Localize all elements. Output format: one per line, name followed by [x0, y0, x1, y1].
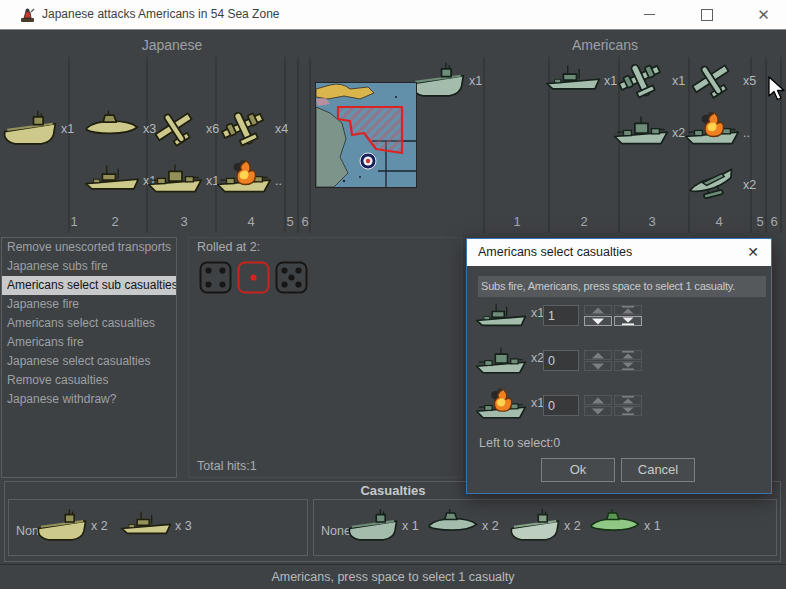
minimize-icon — [644, 14, 655, 15]
fire-icon — [702, 112, 724, 137]
row-unit — [475, 298, 527, 342]
battle-window: Japanese attacks Americans in 54 Sea Zon… — [0, 0, 786, 589]
carrier-icon — [2, 106, 58, 152]
destroyer-icon — [475, 298, 527, 338]
japanese-unit-destroyer: x1 — [84, 158, 156, 204]
unit-count: x 1 — [644, 519, 661, 533]
spinner-min-button[interactable] — [614, 361, 642, 371]
left-to-select-label: Left to select:0 — [479, 436, 560, 450]
row-unit — [475, 388, 527, 432]
americans-casualty-carrier: x 1 — [347, 504, 419, 548]
dialog-titlebar[interactable]: Americans select casualties ✕ — [467, 239, 771, 266]
status-bar: Americans, press space to select 1 casua… — [0, 564, 786, 589]
japanese-casualty-carrier: x 2 — [36, 504, 108, 548]
battle-step-item: Americans select casualties — [2, 314, 176, 333]
americans-unit-destroyer: x1 — [545, 58, 617, 104]
dialog-close-button[interactable]: ✕ — [739, 239, 767, 266]
spinner-min-button[interactable] — [614, 406, 642, 416]
japanese-unit-carrier: x1 — [2, 106, 74, 152]
fighter-icon — [147, 106, 203, 152]
americans-unit-seaplane: x2 — [684, 162, 756, 208]
unit-count: x 2 — [91, 519, 108, 533]
minimize-button[interactable] — [627, 0, 672, 29]
unit-count: x 1 — [402, 519, 419, 533]
battle-step-item: Japanese select casualties — [2, 352, 176, 371]
dice-column-number: 2 — [107, 214, 123, 229]
japanese-side-title: Japanese — [107, 37, 237, 53]
spinner-down-button[interactable] — [584, 361, 612, 371]
bomber-icon — [613, 58, 669, 104]
ok-button[interactable]: Ok — [541, 458, 615, 482]
japanese-unit-battleship-damaged: .. — [216, 158, 282, 204]
unit-count: x 3 — [175, 519, 192, 533]
maximize-icon — [701, 9, 713, 21]
column-divider — [483, 57, 485, 233]
spinner-up-button[interactable] — [584, 395, 612, 405]
close-icon: ✕ — [757, 6, 770, 24]
roll-label: Rolled at 2: — [197, 240, 260, 254]
americans-side-title: Americans — [540, 37, 670, 53]
unit-count: x 2 — [482, 519, 499, 533]
dice-column-number: 6 — [297, 214, 313, 229]
casualty-count-field[interactable] — [543, 305, 579, 326]
maximize-button[interactable] — [684, 0, 729, 29]
casualty-count-field[interactable] — [543, 350, 579, 371]
seaplane-icon — [684, 162, 740, 208]
total-hits: Total hits:1 — [197, 459, 257, 473]
spinner-max-button[interactable] — [614, 350, 642, 360]
americans-casualty-submarine: x 1 — [589, 504, 661, 548]
casualty-count-field[interactable] — [543, 395, 579, 416]
fire-icon — [234, 160, 256, 185]
spinner-down-button[interactable] — [584, 406, 612, 416]
die-hit — [237, 261, 270, 294]
battle-steps-list: Remove unescorted transportsJapanese sub… — [1, 237, 177, 478]
americans-unit-carrier: x1 — [410, 58, 482, 104]
spinner-up-button[interactable] — [584, 305, 612, 315]
americans-unit-fighter: x5 — [684, 58, 756, 104]
spinner-max-button[interactable] — [614, 305, 642, 315]
dice-column-number: 6 — [766, 214, 782, 229]
destroyer-icon — [84, 158, 140, 204]
battle-step-item: Americans select sub casualties — [2, 276, 176, 295]
dice-column-number: 2 — [576, 214, 592, 229]
casualty-select-row-battleship-damaged: x1 — [475, 386, 765, 430]
battleship-icon — [475, 343, 527, 383]
americans-casualty-carrier: x 2 — [509, 504, 581, 548]
americans-unit-battleship-damaged: .. — [684, 110, 750, 156]
die — [199, 261, 232, 294]
app-icon — [20, 7, 36, 23]
column-divider — [309, 57, 311, 233]
spinner-min-button[interactable] — [614, 316, 642, 326]
fighter-icon — [684, 58, 740, 104]
carrier-icon — [36, 504, 88, 548]
americans-casualty-submarine: x 2 — [427, 504, 499, 548]
mouse-cursor — [768, 76, 786, 102]
select-casualties-dialog: Americans select casualties ✕ Subs fire,… — [466, 238, 772, 494]
unit-count: .. — [743, 126, 750, 140]
roundel-marker — [360, 153, 376, 169]
japanese-casualty-destroyer: x 3 — [120, 504, 192, 548]
dice-column-number: 1 — [66, 214, 82, 229]
window-titlebar[interactable]: Japanese attacks Americans in 54 Sea Zon… — [0, 0, 786, 30]
japanese-unit-battleship: x1 — [147, 158, 219, 204]
cancel-button[interactable]: Cancel — [621, 458, 695, 482]
row-unit — [475, 343, 527, 387]
spinner-max-button[interactable] — [614, 395, 642, 405]
die — [275, 261, 308, 294]
unit-count: x1 — [61, 122, 74, 136]
spinner-down-button[interactable] — [584, 316, 612, 326]
unit-count: x5 — [743, 74, 756, 88]
spinner-up-button[interactable] — [584, 350, 612, 360]
dice-column-number: 5 — [282, 214, 298, 229]
battle-step-item: Remove casualties — [2, 371, 176, 390]
dialog-title: Americans select casualties — [478, 239, 632, 266]
carrier-icon — [509, 504, 561, 548]
dice-column-number: 1 — [509, 214, 525, 229]
close-button[interactable]: ✕ — [741, 0, 786, 29]
casualty-select-row-destroyer: x1 — [475, 296, 765, 340]
battleship-icon — [613, 110, 669, 156]
carrier-icon — [410, 58, 466, 104]
bomber-icon — [216, 106, 272, 152]
submarine-icon — [427, 504, 479, 548]
column-divider — [765, 57, 767, 233]
